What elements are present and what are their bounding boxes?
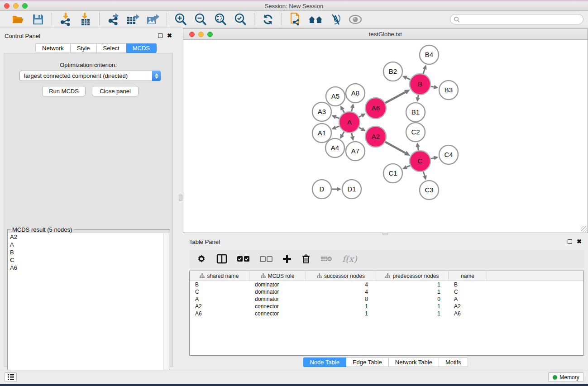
column-header-name[interactable]: name <box>449 271 487 281</box>
tab-select[interactable]: Select <box>97 43 126 53</box>
edge-A-A7[interactable] <box>352 133 353 137</box>
export-image-icon[interactable] <box>145 12 161 27</box>
tab-edge-table[interactable]: Edge Table <box>346 357 389 367</box>
edge-A-A6[interactable] <box>359 115 362 117</box>
list-item[interactable]: A2 <box>8 233 163 241</box>
network-close-button[interactable] <box>189 32 195 37</box>
tab-motifs[interactable]: Motifs <box>439 357 468 367</box>
edge-A-A2[interactable] <box>359 128 362 129</box>
edge-C-C1[interactable] <box>406 166 410 167</box>
list-item[interactable]: A <box>8 241 163 248</box>
network-canvas[interactable]: B4B2BB3B1A5A8A6A3AA1C2A2A4A7C4CC1C3DD1 <box>183 40 588 233</box>
mcds-result-list[interactable]: A2ABCA6 <box>8 233 163 384</box>
criterion-select-value: largest connected component (directed) <box>20 72 152 79</box>
edge-A-A3[interactable] <box>336 117 339 119</box>
window-resize-grip[interactable] <box>581 226 587 232</box>
edge-A-A1[interactable] <box>336 126 339 128</box>
table-cell: A6 <box>190 310 249 317</box>
show-graphics-icon[interactable] <box>347 12 363 27</box>
column-header-predecessor-nodes[interactable]: predecessor nodes <box>376 271 449 281</box>
edge-C-C2[interactable] <box>418 147 418 151</box>
table-cell-empty <box>487 310 583 317</box>
export-network-icon[interactable] <box>105 12 121 27</box>
table-close-icon[interactable]: ✖ <box>577 239 582 244</box>
edge-C-C3[interactable] <box>423 172 425 176</box>
delete-icon[interactable] <box>301 254 311 264</box>
criterion-select[interactable]: largest connected component (directed) <box>19 71 161 81</box>
column-header-MCDS-role[interactable]: MCDS role <box>249 271 306 281</box>
node-label-D1: D1 <box>347 185 356 193</box>
arrowhead-icon <box>423 175 427 180</box>
node-label-A3: A3 <box>318 108 326 115</box>
list-item[interactable]: B <box>8 248 163 256</box>
edge-C-C4[interactable] <box>430 158 434 159</box>
hierarchy-icon <box>261 273 266 278</box>
select-all-icon[interactable] <box>237 256 250 262</box>
list-item[interactable]: C <box>8 256 163 264</box>
add-icon[interactable] <box>282 254 292 263</box>
edge-B-B4[interactable] <box>423 69 425 74</box>
table-row[interactable]: Bdominator41B <box>190 281 583 288</box>
first-neighbors-icon[interactable] <box>307 12 324 27</box>
function-builder-icon[interactable]: f(x) <box>342 254 357 264</box>
save-session-icon[interactable] <box>30 12 46 27</box>
zoom-in-icon[interactable] <box>172 12 189 27</box>
edge-B-B3[interactable] <box>431 86 434 87</box>
tab-node-table[interactable]: Node Table <box>303 357 346 367</box>
close-window-button[interactable] <box>4 3 10 9</box>
clone-network-icon[interactable] <box>287 12 304 27</box>
tab-network[interactable]: Network <box>35 43 71 53</box>
zoom-fit-icon[interactable] <box>212 12 229 27</box>
show-panels-button[interactable] <box>5 372 17 382</box>
memory-button[interactable]: Memory <box>548 372 584 382</box>
panel-splitter-grip[interactable] <box>179 195 182 201</box>
tab-style[interactable]: Style <box>71 43 97 53</box>
column-header-successor-nodes[interactable]: successor nodes <box>306 271 376 281</box>
minimize-window-button[interactable] <box>13 3 19 9</box>
desktop-edge-bottom <box>0 384 588 386</box>
refresh-icon[interactable] <box>260 12 276 27</box>
export-table-icon[interactable] <box>125 12 141 27</box>
edge-B-B2[interactable] <box>406 78 410 80</box>
edge-B-B1[interactable] <box>418 95 418 98</box>
edge-A-A5[interactable] <box>343 110 344 113</box>
column-header-shared-name[interactable]: shared name <box>190 271 249 281</box>
edge-A6-B[interactable] <box>385 92 405 103</box>
zoom-window-button[interactable] <box>22 3 28 9</box>
import-table-icon[interactable] <box>77 12 94 27</box>
edge-A-A4[interactable] <box>342 132 344 135</box>
network-minimize-button[interactable] <box>198 32 204 37</box>
arrowhead-icon <box>416 97 420 102</box>
gear-icon[interactable] <box>196 254 206 264</box>
search-input[interactable] <box>450 14 583 24</box>
table-row[interactable]: Adominator80A <box>190 295 583 303</box>
table-row[interactable]: A6connector11A6 <box>190 310 583 317</box>
table-cell-empty <box>487 295 583 303</box>
close-panel-button[interactable]: Close panel <box>92 86 139 96</box>
table-float-icon[interactable] <box>568 239 572 244</box>
table-row[interactable]: Cdominator41C <box>190 288 583 295</box>
edge-A2-C[interactable] <box>385 142 406 153</box>
edge-A-A8[interactable] <box>352 108 353 111</box>
table-header-row: shared nameMCDS rolesuccessor nodesprede… <box>190 271 583 281</box>
close-panel-icon[interactable]: ✖ <box>167 33 172 38</box>
zoom-out-icon[interactable] <box>192 12 209 27</box>
tab-network-table[interactable]: Network Table <box>389 357 439 367</box>
deselect-all-icon[interactable] <box>260 256 272 262</box>
table-tabs: Node TableEdge TableNetwork TableMotifs <box>183 357 588 367</box>
run-mcds-button[interactable]: Run MCDS <box>42 86 86 96</box>
network-zoom-button[interactable] <box>207 32 213 37</box>
tab-mcds[interactable]: MCDS <box>126 43 157 53</box>
float-panel-icon[interactable] <box>158 33 163 38</box>
zoom-selected-icon[interactable] <box>232 12 249 27</box>
result-scrollbar[interactable] <box>163 233 169 384</box>
import-network-icon[interactable] <box>57 12 74 27</box>
open-file-icon[interactable] <box>10 12 26 27</box>
node-label-A1: A1 <box>318 129 326 137</box>
delete-table-icon[interactable] <box>320 255 332 262</box>
table-row[interactable]: A2connector11A2 <box>190 303 583 310</box>
column-icon[interactable] <box>216 254 227 264</box>
column-header-label: successor nodes <box>324 273 365 279</box>
list-item[interactable]: A6 <box>8 264 163 272</box>
hide-annotations-icon[interactable] <box>327 12 344 27</box>
